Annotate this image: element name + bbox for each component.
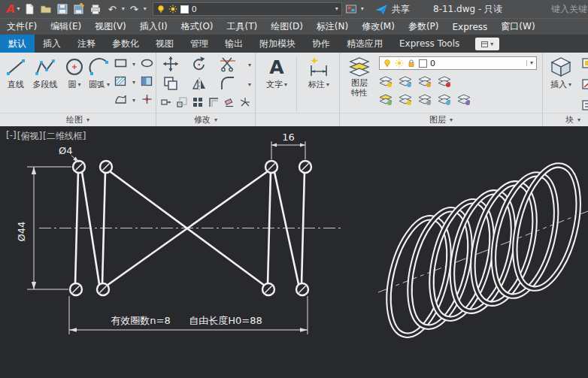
boundary-caret-icon[interactable]: ▾ [132, 98, 135, 104]
create-block-button[interactable] [582, 57, 588, 72]
ellipse-tool-button[interactable] [141, 57, 153, 72]
match-properties-button[interactable] [344, 2, 359, 17]
layer-previous-button[interactable] [418, 94, 432, 109]
outer-diameter-text[interactable]: Ø44 [16, 222, 27, 242]
viewport-view-control[interactable]: [俯视] [17, 130, 42, 143]
stretch-tool-button[interactable] [161, 96, 171, 110]
open-file-button[interactable] [39, 2, 53, 17]
draw-panel-label[interactable]: 绘图 ▾ [0, 113, 156, 126]
redo-button[interactable]: ↷ [127, 2, 141, 17]
block-attributes-button[interactable] [582, 99, 588, 114]
free-length-text[interactable]: 自由长度H0=88 [189, 315, 262, 326]
tab-express-tools[interactable]: Express Tools [391, 35, 468, 53]
redo-caret-icon[interactable]: ▾ [144, 6, 147, 12]
explode-tool-button[interactable] [240, 96, 250, 110]
menu-format[interactable]: 格式(O) [174, 19, 220, 35]
tab-addins[interactable]: 附加模块 [251, 35, 304, 53]
modify-panel-label[interactable]: 修改 ▾ [156, 113, 255, 126]
menu-tools[interactable]: 工具(T) [220, 19, 265, 35]
dimension-pitch[interactable]: 16 [271, 132, 305, 159]
menu-draw[interactable]: 绘图(D) [264, 19, 310, 35]
tab-featured-apps[interactable]: 精选应用 [338, 35, 391, 53]
ribbon-display-toggle[interactable]: ▾ [475, 38, 499, 50]
menu-edit[interactable]: 编辑(E) [44, 19, 88, 35]
drawing-area[interactable]: [-] [俯视] [二维线框] [0, 126, 588, 378]
menu-parametric[interactable]: 参数(P) [402, 19, 446, 35]
menu-express[interactable]: Express [446, 19, 495, 35]
copy-tool-button[interactable] [162, 75, 179, 95]
layer-lock-button[interactable] [438, 76, 451, 91]
hatch-caret-icon[interactable]: ▾ [132, 80, 135, 86]
menu-window[interactable]: 窗口(W) [494, 19, 541, 35]
effective-coils-text[interactable]: 有效圈数n=8 [111, 315, 170, 326]
menu-dimension[interactable]: 标注(N) [310, 19, 355, 35]
plot-button[interactable] [89, 2, 103, 17]
app-logo-icon[interactable]: A [3, 4, 15, 15]
layer-dropdown-caret-icon[interactable]: ▾ [335, 6, 338, 12]
tab-manage[interactable]: 管理 [182, 35, 217, 53]
viewport-collapse-control[interactable]: [-] [6, 130, 17, 143]
hatch-tool-button[interactable] [114, 75, 127, 90]
rotate-tool-button[interactable] [191, 56, 208, 75]
polyline-tool-button[interactable]: 多段线 [30, 56, 60, 90]
layer-off-button[interactable] [379, 76, 393, 91]
make-current-layer-button[interactable] [379, 94, 393, 109]
layers-panel-label[interactable]: 图层 ▾ [340, 113, 542, 126]
mirror-tool-button[interactable] [191, 75, 208, 95]
layer-unisolate-button[interactable] [438, 94, 451, 109]
new-file-button[interactable] [23, 2, 37, 17]
arc-tool-button[interactable]: 圆弧▾ [87, 56, 111, 90]
layer-properties-button[interactable]: 图层特性 [343, 56, 376, 98]
quick-layer-dropdown[interactable]: 0 ▾ [153, 2, 342, 16]
dimension-tool-button[interactable]: 标注▾ [302, 56, 335, 90]
share-button[interactable]: 共享 [375, 3, 410, 16]
array-tool-button[interactable] [192, 96, 203, 110]
circle-tool-button[interactable]: 圆▾ [63, 56, 86, 90]
save-as-button[interactable] [72, 2, 86, 17]
app-menu-caret-icon[interactable]: ▾ [17, 6, 20, 12]
menu-file[interactable]: 文件(F) [0, 19, 44, 35]
undo-caret-icon[interactable]: ▾ [122, 6, 125, 12]
undo-button[interactable]: ↶ [105, 2, 120, 17]
line-tool-button[interactable]: 直线 [3, 56, 29, 90]
tab-collaborate[interactable]: 协作 [304, 35, 338, 53]
tab-parametric[interactable]: 参数化 [104, 35, 147, 53]
menu-modify[interactable]: 修改(M) [355, 19, 402, 35]
trim-caret-icon[interactable]: ▾ [248, 62, 251, 68]
spring-2d-view[interactable] [39, 161, 342, 295]
match-properties-caret-icon[interactable]: ▾ [361, 6, 364, 12]
spring-3d-view[interactable] [378, 159, 588, 341]
fillet-tool-button[interactable] [220, 75, 236, 95]
text-tool-button[interactable]: A 文字▾ [262, 56, 292, 90]
search-input[interactable]: 键入关键字 [551, 0, 588, 18]
fillet-caret-icon[interactable]: ▾ [248, 82, 251, 88]
tab-annotate[interactable]: 注释 [69, 35, 104, 53]
pitch-text[interactable]: 16 [282, 132, 295, 143]
offset-tool-button[interactable] [208, 96, 219, 110]
tab-view[interactable]: 视图 [147, 35, 182, 53]
viewport-visual-style-control[interactable]: [二维线框] [43, 130, 86, 143]
boundary-tool-button[interactable] [114, 93, 127, 108]
tab-output[interactable]: 输出 [217, 35, 251, 53]
wire-diameter-text[interactable]: Ø4 [59, 145, 73, 156]
ribbon-layer-caret-icon[interactable]: ▾ [526, 60, 533, 66]
layer-freeze-button[interactable] [418, 76, 432, 91]
ribbon-layer-dropdown[interactable]: 0 ▾ [379, 56, 537, 70]
edit-block-button[interactable] [582, 78, 588, 93]
tab-home[interactable]: 默认 [0, 35, 35, 53]
scale-tool-button[interactable] [177, 96, 187, 110]
menu-view[interactable]: 视图(V) [88, 19, 133, 35]
dimension-free-length[interactable]: 有效圈数n=8 自由长度H0=88 [69, 296, 308, 334]
erase-tool-button[interactable] [224, 96, 235, 110]
trim-tool-button[interactable] [220, 56, 236, 75]
insert-block-button[interactable]: 插入▾ [546, 56, 576, 90]
block-panel-label[interactable]: 块 ▾ [543, 113, 588, 126]
layer-isolate-button[interactable] [399, 76, 412, 91]
layer-match-button[interactable] [399, 94, 412, 109]
point-tool-button[interactable] [141, 93, 153, 108]
save-button[interactable] [56, 2, 70, 17]
tab-insert[interactable]: 插入 [35, 35, 69, 53]
menu-insert[interactable]: 插入(I) [133, 19, 174, 35]
gradient-tool-button[interactable] [141, 75, 153, 90]
rectangle-caret-icon[interactable]: ▾ [132, 62, 135, 68]
